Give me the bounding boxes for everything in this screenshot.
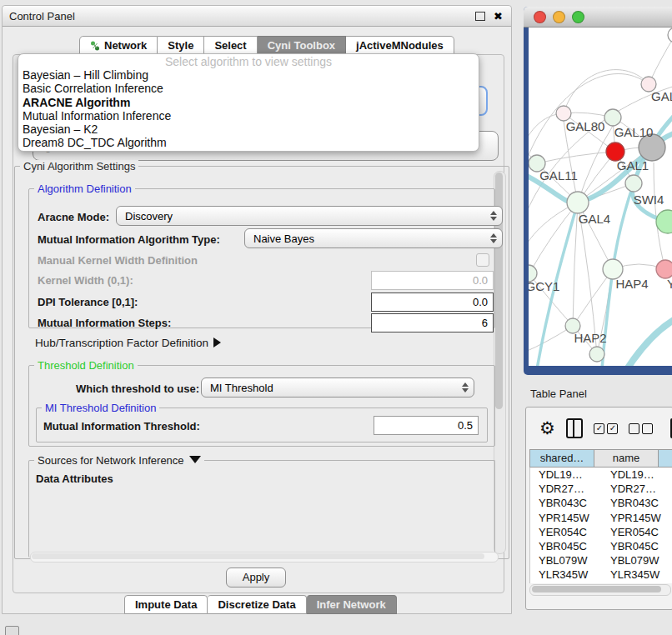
table-row[interactable]: YDR27…YDR27…12	[530, 482, 672, 496]
dropdown-placeholder: Select algorithm to view settings	[18, 55, 479, 68]
bottom-tabs: Impute DataDiscretize DataInfer Network	[124, 595, 397, 614]
settings-group-title: Cyni Algorithm Settings	[20, 160, 138, 172]
network-edge[interactable]	[649, 35, 672, 84]
settings-horizontal-thumb[interactable]	[32, 553, 484, 559]
table-row[interactable]: YBL079WYBL079W	[530, 553, 672, 568]
which-threshold-combobox[interactable]: MI Threshold	[201, 378, 474, 398]
aracne-mode-value: Discovery	[125, 210, 173, 222]
dpi-tolerance-label: DPI Tolerance [0,1]:	[38, 296, 138, 308]
algorithm-option-bayesian-k2[interactable]: Bayesian – K2	[18, 122, 479, 136]
settings-horizontal-scrollbar[interactable]	[30, 552, 499, 562]
node-label-gcy1: GCY1	[529, 279, 559, 293]
which-threshold-label: Which threshold to use:	[76, 382, 199, 395]
network-node[interactable]	[656, 260, 672, 278]
sources-title[interactable]: Sources for Network Inference	[34, 454, 204, 467]
tab-select[interactable]: Select	[204, 36, 257, 55]
table-row[interactable]: YBR043CYBR043C	[530, 496, 672, 510]
table-row[interactable]: YBR045CYBR045C9.	[530, 539, 672, 553]
column-header-name[interactable]: name	[594, 449, 659, 468]
network-node[interactable]	[668, 28, 672, 42]
table-cell: YBL079W	[530, 553, 602, 568]
algorithm-option-dream8-dc-tdc-algorithm[interactable]: Dream8 DC_TDC Algorithm	[18, 136, 479, 149]
table-cell: YDL19…	[530, 468, 602, 482]
minimize-traffic-light-icon[interactable]	[553, 11, 565, 23]
table-cell: YER054C	[530, 525, 602, 539]
algorithm-option-aracne-algorithm[interactable]: ARACNE Algorithm	[18, 96, 479, 109]
table-cell: YIL052C	[530, 582, 602, 584]
tab-label: Network	[104, 37, 147, 54]
tab-impute-data[interactable]: Impute Data	[124, 595, 208, 614]
apply-button[interactable]: Apply	[226, 568, 286, 588]
unselect-all-columns-icon[interactable]	[629, 423, 653, 434]
table-cell: YDR27…	[530, 482, 602, 496]
network-edge[interactable]	[537, 152, 615, 163]
tab-cyni-toolbox[interactable]: Cyni Toolbox	[258, 36, 346, 55]
aracne-mode-combobox[interactable]: Discovery	[116, 206, 503, 226]
table-horizontal-scrollbar[interactable]	[529, 584, 671, 596]
threshold-definition-title: Threshold Definition	[34, 359, 138, 372]
node-table: shared…name YDL19…YDL19…13YDR27…YDR27…12…	[529, 449, 672, 583]
table-cell: YDR27…	[602, 482, 672, 496]
tab-style[interactable]: Style	[158, 36, 204, 55]
zoom-traffic-light-icon[interactable]	[572, 11, 584, 23]
gear-icon[interactable]: ⚙	[539, 420, 555, 437]
tab-network[interactable]: Network	[79, 36, 158, 55]
table-cell: YBR045C	[530, 539, 602, 553]
table-panel: ⚙ ✓✓ shared…name YDL19…YDL19…13YDR27…YDR…	[525, 407, 672, 610]
table-row[interactable]: YIL052CYIL052C9	[530, 582, 672, 584]
threshold-definition-group: Threshold Definition Which threshold to …	[28, 365, 495, 447]
tab-jactivemnodules[interactable]: jActiveMNodules	[346, 36, 454, 55]
mi-threshold-field[interactable]: 0.5	[374, 416, 479, 435]
network-node[interactable]	[625, 175, 642, 192]
hub-definition-toggle[interactable]: Hub/Transcription Factor Definition	[35, 337, 221, 349]
table-row[interactable]: YPR145WYPR145W9.	[530, 511, 672, 525]
minimized-panel-icon[interactable]	[5, 626, 19, 635]
manual-kernel-checkbox[interactable]	[476, 253, 489, 267]
network-node[interactable]	[656, 210, 672, 233]
mi-type-combobox[interactable]: Naive Bayes	[244, 228, 503, 248]
network-canvas[interactable]: GAL7GAL80GAL10GAL11GAL1SWI4GAL4GCY1HAP4Y…	[529, 28, 672, 366]
network-node[interactable]	[567, 192, 589, 213]
table-row[interactable]: YLR345WYLR345W9.	[530, 568, 672, 582]
kernel-width-field[interactable]: 0.0	[371, 271, 494, 290]
sources-title-text: Sources for Network Inference	[38, 454, 184, 467]
algorithm-option-mutual-information-inference[interactable]: Mutual Information Inference	[18, 109, 479, 122]
tab-discretize-data[interactable]: Discretize Data	[208, 595, 306, 614]
algorithm-definition-title: Algorithm Definition	[34, 182, 135, 195]
expanded-arrow-icon	[189, 456, 201, 463]
network-edge-highlighted[interactable]	[627, 312, 672, 366]
dpi-tolerance-field[interactable]: 0.0	[371, 292, 494, 312]
mi-steps-field[interactable]: 6	[371, 313, 494, 332]
network-node[interactable]	[604, 109, 621, 126]
table-toolbar: ⚙ ✓✓	[526, 408, 672, 449]
column-header-shared[interactable]: shared…	[529, 449, 594, 468]
node-label-gal7: GAL7	[651, 89, 672, 103]
network-edge[interactable]	[530, 202, 578, 272]
table-row[interactable]: YDL19…YDL19…13	[530, 468, 672, 482]
column-header-2[interactable]	[659, 449, 672, 468]
table-row[interactable]: YER054CYER054C8.	[530, 525, 672, 539]
table-cell: YPR145W	[530, 511, 602, 525]
mi-steps-label: Mutual Information Steps:	[38, 317, 171, 329]
network-icon	[90, 41, 100, 51]
mi-threshold-group: MI Threshold Definition Mutual Informati…	[36, 408, 488, 442]
select-all-columns-icon[interactable]: ✓✓	[594, 423, 618, 434]
network-node[interactable]	[589, 347, 604, 362]
table-cell: YIL052C	[602, 582, 672, 584]
algorithm-option-bayesian-hill-climbing[interactable]: Bayesian – Hill Climbing	[18, 68, 479, 82]
float-window-icon[interactable]	[475, 12, 485, 21]
table-horizontal-thumb[interactable]	[532, 586, 661, 592]
kernel-width-label: Kernel Width (0,1):	[38, 274, 133, 287]
network-edge[interactable]	[564, 70, 649, 113]
tab-label: Select	[214, 37, 246, 54]
mi-threshold-label: Mutual Information Threshold:	[43, 420, 200, 432]
close-icon[interactable]: ✖	[494, 10, 503, 22]
node-label-gal4: GAL4	[579, 212, 610, 226]
split-columns-icon[interactable]	[566, 418, 584, 438]
table-body: YDL19…YDL19…13YDR27…YDR27…12YBR043CYBR04…	[529, 468, 672, 583]
tab-infer-network[interactable]: Infer Network	[307, 595, 397, 614]
close-traffic-light-icon[interactable]	[534, 11, 546, 23]
algorithm-option-basic-correlation-inference[interactable]: Basic Correlation Inference	[18, 82, 479, 95]
mi-threshold-title: MI Threshold Definition	[42, 402, 159, 414]
table-header-row: shared…name	[529, 449, 672, 468]
